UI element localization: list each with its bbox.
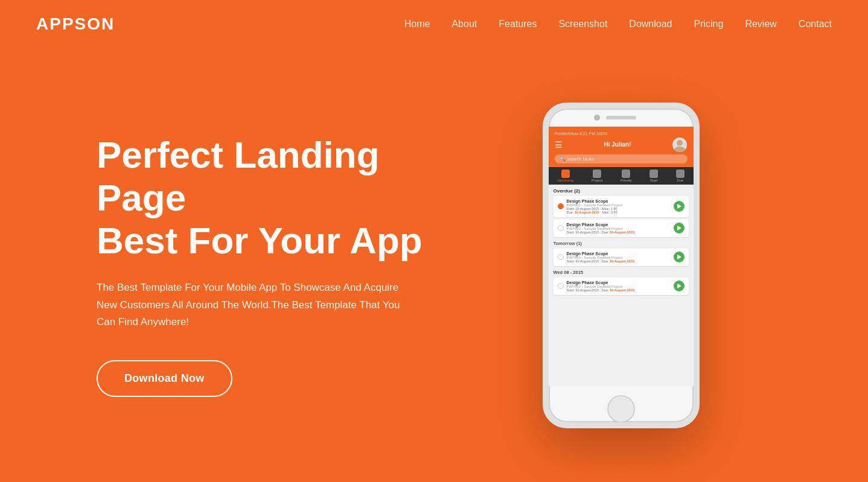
app-greeting: Hi Julian! — [604, 141, 631, 148]
hero-title: Perfect Landing Page Best For Your App — [97, 133, 446, 262]
start-icon — [649, 170, 658, 178]
nav-review[interactable]: Review — [745, 19, 776, 29]
section-overdue: Overdue (2) — [554, 188, 689, 194]
tab-priority-label: Priority — [621, 179, 632, 182]
task-dates: Start: 10-August-2015 · Due: 10-August-2… — [567, 230, 671, 234]
task-name: Design Phase Scope — [567, 281, 671, 285]
task-name: Design Phase Scope — [567, 223, 671, 227]
hero-section: Perfect Landing Page Best For Your App T… — [0, 48, 868, 482]
project-icon — [593, 170, 601, 178]
avatar — [672, 138, 687, 152]
task-play-button — [674, 281, 685, 291]
nav-contact[interactable]: Contact — [799, 19, 832, 29]
phone-speaker — [606, 116, 636, 119]
nav-screenshot[interactable]: Screenshot — [558, 19, 607, 29]
task-item: Design Phase Scope PWF003 - Sample Detai… — [554, 277, 689, 295]
task-item: Design Phase Scope PWF003 - Sample Detai… — [554, 196, 689, 217]
task-name: Design Phase Scope — [567, 199, 671, 203]
tab-due-label: Due — [677, 179, 683, 182]
section-tomorrow: Tomorrow (1) — [554, 241, 689, 246]
task-info: Design Phase Scope PWF003 - Sample Detai… — [567, 199, 671, 214]
priority-icon — [622, 170, 630, 178]
app-content: Overdue (2) Design Phase Scope PWF003 - … — [549, 185, 694, 386]
task-checkbox — [558, 283, 564, 289]
phone-screen: ProWorkflow 4:21 PM 100% ☰ Hi Julian! 🔍 … — [549, 127, 694, 386]
hero-subtitle: The Best Template For Your Mobile App To… — [97, 279, 410, 332]
phone-camera — [594, 115, 600, 121]
search-bar: 🔍 search tasks — [555, 154, 688, 163]
svg-point-0 — [677, 140, 683, 146]
tab-due: Due — [676, 170, 685, 182]
task-item: Design Phase Scope PWF003 - Sample Detai… — [554, 249, 689, 266]
task-play-button — [674, 201, 685, 212]
task-dates: Start: 10-August-2015 · Due: 10-August-2… — [567, 259, 671, 263]
tab-start: Start — [649, 170, 658, 182]
nav-download[interactable]: Download — [629, 19, 672, 29]
task-checkbox — [558, 225, 564, 231]
search-placeholder: search tasks — [567, 156, 595, 162]
task-play-button — [674, 252, 685, 262]
task-checkbox — [558, 254, 564, 260]
task-dates: Start: 10-August-2015 · Due: 10-August-2… — [567, 288, 671, 292]
task-dates: Start: 10-August-2015 · Alloc: 1:30 Due:… — [567, 207, 671, 214]
hero-text-block: Perfect Landing Page Best For Your App T… — [97, 133, 446, 398]
nav-links: Home About Features Screenshot Download … — [404, 19, 832, 30]
navbar: APPSON Home About Features Screenshot Do… — [0, 0, 868, 48]
task-play-button — [674, 223, 685, 233]
task-info: Design Phase Scope PWF003 - Sample Detai… — [567, 252, 671, 263]
status-bar: ProWorkflow 4:21 PM 100% — [555, 132, 688, 136]
phone-home-button — [607, 395, 635, 423]
hamburger-icon: ☰ — [555, 140, 563, 150]
tab-project: Project — [592, 170, 603, 182]
nav-pricing[interactable]: Pricing — [694, 19, 723, 29]
nav-about[interactable]: About — [452, 19, 477, 29]
brand-logo: APPSON — [36, 14, 115, 34]
app-tabs: Upcoming Project Priority Start — [549, 167, 694, 185]
task-info: Design Phase Scope PWF003 - Sample Detai… — [567, 281, 671, 292]
task-name: Design Phase Scope — [567, 252, 671, 256]
upcoming-icon — [561, 170, 570, 178]
task-checkbox-checked — [558, 203, 564, 209]
phone-outer: ProWorkflow 4:21 PM 100% ☰ Hi Julian! 🔍 … — [543, 103, 700, 428]
tab-project-label: Project — [592, 179, 603, 182]
section-wed: Wed 08 - 2015 — [554, 270, 689, 275]
phone-mockup: ProWorkflow 4:21 PM 100% ☰ Hi Julian! 🔍 … — [446, 103, 796, 428]
tab-priority: Priority — [621, 170, 632, 182]
due-icon — [676, 170, 685, 178]
task-info: Design Phase Scope PWF003 - Sample Detai… — [567, 223, 671, 234]
task-item: Design Phase Scope PWF003 - Sample Detai… — [554, 220, 689, 237]
tab-start-label: Start — [650, 179, 658, 182]
nav-features[interactable]: Features — [499, 19, 537, 29]
tab-upcoming: Upcoming — [557, 170, 573, 182]
download-now-button[interactable]: Download Now — [97, 360, 232, 397]
svg-point-1 — [674, 147, 685, 152]
nav-home[interactable]: Home — [404, 19, 430, 29]
tab-upcoming-label: Upcoming — [557, 179, 573, 182]
app-header-row: ☰ Hi Julian! — [555, 138, 688, 152]
app-header: ProWorkflow 4:21 PM 100% ☰ Hi Julian! 🔍 … — [549, 127, 694, 167]
